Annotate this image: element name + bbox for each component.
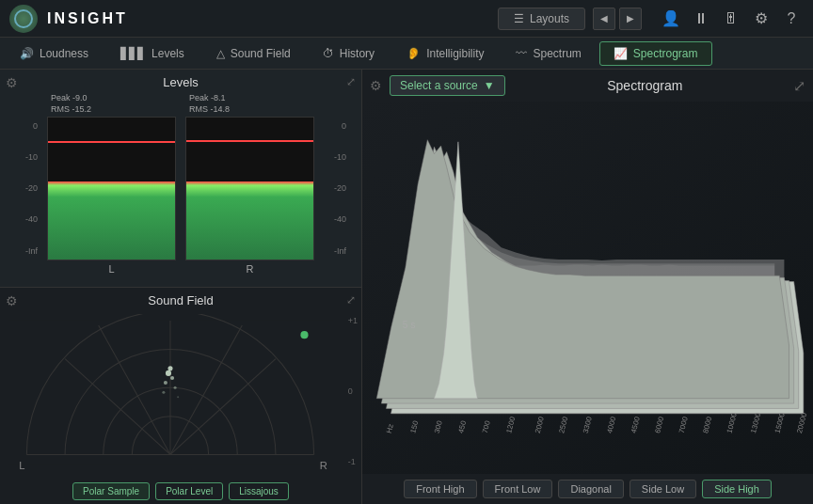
levels-expand-icon[interactable]: ⤢	[346, 75, 356, 88]
levels-title: Levels	[6, 75, 356, 89]
spectrogram-body: 5 s Hz 150 300 450 700 1200 2000 2500 33…	[362, 102, 813, 474]
side-low-button[interactable]: Side Low	[630, 480, 696, 498]
left-panel: ⚙ Levels ⤢ 0 -10 -20 -40 -Inf Peak -9.0 …	[0, 70, 362, 504]
front-low-button[interactable]: Front Low	[483, 480, 553, 498]
tab-loudness-label: Loudness	[40, 47, 88, 60]
tab-intelligibility[interactable]: 👂 Intelligibility	[392, 41, 498, 66]
tab-levels[interactable]: ▋▋▋ Levels	[106, 41, 199, 66]
scale-r-0: 0	[324, 121, 346, 131]
sf-scale-plus1: +1	[348, 316, 358, 325]
user-icon[interactable]: 👤	[659, 7, 683, 31]
audio-icon[interactable]: 🎚	[719, 7, 743, 31]
svg-point-8	[166, 370, 171, 375]
channel-R-peak-value: -8.1	[211, 93, 226, 102]
channel-L: Peak -9.0 RMS -15.2 L	[47, 93, 176, 275]
layouts-button[interactable]: ☰ Layouts	[498, 8, 585, 30]
levels-gear-icon[interactable]: ⚙	[6, 75, 18, 90]
side-high-button[interactable]: Side High	[702, 480, 772, 498]
tab-loudness[interactable]: 🔊 Loudness	[6, 41, 103, 66]
scale-label-0: 0	[15, 121, 38, 131]
spectrogram-expand-icon[interactable]: ⤢	[793, 77, 805, 95]
channel-L-peak-value: -9.0	[72, 93, 88, 102]
loudness-icon: 🔊	[20, 47, 34, 60]
levels-container: 0 -10 -20 -40 -Inf Peak -9.0 RMS -15.2	[6, 93, 356, 275]
soundfield-gear-icon[interactable]: ⚙	[6, 293, 18, 308]
tab-soundfield[interactable]: △ Sound Field	[202, 41, 305, 66]
nav-arrows: ◀ ▶	[593, 8, 642, 30]
channel-L-peak-label: Peak -9.0	[51, 93, 176, 104]
intelligibility-icon: 👂	[406, 47, 421, 60]
source-select-dropdown[interactable]: Select a source ▼	[390, 75, 505, 96]
spectrogram-title: Spectrogram	[513, 78, 777, 93]
channel-R-label: R	[247, 263, 254, 275]
scale-r-40: -40	[324, 214, 346, 224]
polar-sample-button[interactable]: Polar Sample	[72, 482, 150, 500]
levels-scale-labels: 0 -10 -20 -40 -Inf	[15, 93, 38, 275]
channel-L-rms-label: RMS -15.2	[51, 104, 176, 116]
diagonal-button[interactable]: Diagonal	[558, 480, 623, 498]
scale-r-10: -10	[324, 152, 346, 162]
main-content: ⚙ Levels ⤢ 0 -10 -20 -40 -Inf Peak -9.0 …	[0, 70, 813, 504]
svg-point-14	[177, 396, 179, 398]
svg-point-10	[164, 381, 167, 385]
channel-L-label: L	[108, 263, 114, 275]
next-layout-button[interactable]: ▶	[619, 8, 642, 30]
pause-icon[interactable]: ⏸	[689, 7, 713, 31]
channel-R-peak-label: Peak -8.1	[189, 93, 314, 104]
help-icon[interactable]: ?	[779, 7, 804, 31]
menu-icon: ☰	[514, 12, 524, 25]
scale-r-20: -20	[324, 183, 346, 193]
settings-icon[interactable]: ⚙	[749, 7, 773, 31]
soundfield-icon: △	[216, 47, 225, 60]
tab-spectrum-label: Spectrum	[533, 47, 581, 60]
app-title: INSIGHT	[47, 10, 498, 27]
channel-R-bar	[185, 117, 314, 260]
scale-label-40: -40	[15, 214, 38, 224]
header-icons: 👤 ⏸ 🎚 ⚙ ?	[659, 7, 804, 31]
svg-point-13	[162, 390, 165, 393]
source-select-label: Select a source	[400, 79, 478, 92]
soundfield-title: Sound Field	[6, 293, 356, 307]
channel-R-rms-label: RMS -14.8	[189, 104, 314, 116]
history-icon: ⏱	[323, 47, 334, 60]
spectrogram-icon: 📈	[614, 47, 628, 60]
dropdown-chevron-icon: ▼	[484, 79, 495, 92]
channel-L-rms-value: -15.2	[72, 104, 92, 114]
svg-point-15	[300, 331, 308, 339]
channel-R: Peak -8.1 RMS -14.8 R	[185, 93, 314, 275]
tab-levels-label: Levels	[151, 47, 184, 60]
spectrogram-header: ⚙ Select a source ▼ Spectrogram ⤢	[362, 70, 813, 102]
scale-label-20: -20	[15, 183, 38, 193]
spectrogram-gear-icon[interactable]: ⚙	[370, 78, 382, 93]
scale-label-10: -10	[15, 152, 38, 162]
svg-point-12	[174, 386, 177, 388]
channel-L-peak-line	[48, 141, 175, 143]
channel-L-info: Peak -9.0 RMS -15.2	[47, 93, 176, 115]
polar-level-button[interactable]: Polar Level	[155, 482, 223, 500]
lissajous-button[interactable]: Lissajous	[229, 482, 289, 500]
spectrum-icon: 〰	[516, 47, 527, 60]
soundfield-buttons: Polar Sample Polar Level Lissajous	[0, 482, 361, 500]
tab-bar: 🔊 Loudness ▋▋▋ Levels △ Sound Field ⏱ Hi…	[0, 38, 813, 70]
front-high-button[interactable]: Front High	[404, 480, 476, 498]
spectrogram-svg: 5 s Hz 150 300 450 700 1200 2000 2500 33…	[362, 102, 813, 474]
svg-text:L: L	[19, 459, 24, 470]
tab-spectrogram[interactable]: 📈 Spectrogram	[599, 41, 712, 66]
prev-layout-button[interactable]: ◀	[593, 8, 615, 30]
tab-history[interactable]: ⏱ History	[309, 41, 389, 66]
channel-R-peak-line	[186, 140, 313, 142]
channel-R-rms-value: -14.8	[211, 104, 231, 114]
tab-spectrogram-label: Spectrogram	[633, 47, 698, 60]
levels-icon: ▋▋▋	[120, 47, 146, 60]
scale-r-inf: -Inf	[324, 246, 346, 256]
app-logo	[9, 5, 38, 33]
tab-intelligibility-label: Intelligibility	[426, 47, 484, 60]
svg-text:R: R	[320, 459, 327, 470]
soundfield-section: ⚙ Sound Field ⤢ +1 0 -1	[0, 288, 361, 505]
levels-section: ⚙ Levels ⤢ 0 -10 -20 -40 -Inf Peak -9.0 …	[0, 70, 361, 288]
right-panel: ⚙ Select a source ▼ Spectrogram ⤢	[362, 70, 813, 504]
soundfield-scale: +1 0 -1	[348, 316, 358, 467]
soundfield-expand-icon[interactable]: ⤢	[346, 293, 356, 307]
tab-spectrum[interactable]: 〰 Spectrum	[502, 41, 595, 66]
tab-soundfield-label: Sound Field	[231, 47, 291, 60]
